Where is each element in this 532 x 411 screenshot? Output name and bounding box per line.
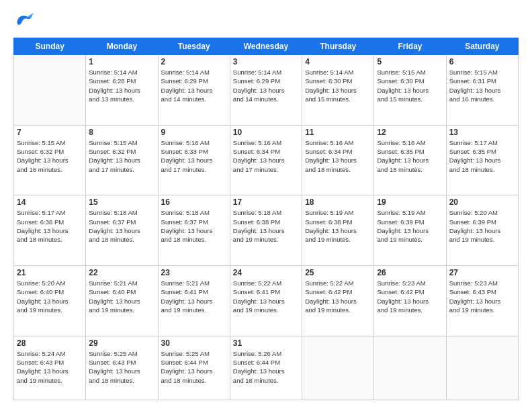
day-number: 17 <box>233 197 299 207</box>
calendar-cell: 20Sunrise: 5:20 AM Sunset: 6:39 PM Dayli… <box>446 195 518 266</box>
day-number: 16 <box>161 197 227 207</box>
calendar-header-friday: Friday <box>374 38 446 55</box>
day-info: Sunrise: 5:15 AM Sunset: 6:32 PM Dayligh… <box>89 138 154 174</box>
day-number: 31 <box>233 338 299 348</box>
day-number: 23 <box>161 268 227 277</box>
day-number: 14 <box>17 197 83 207</box>
day-number: 3 <box>233 57 299 66</box>
day-number: 18 <box>305 197 371 207</box>
day-info: Sunrise: 5:18 AM Sunset: 6:37 PM Dayligh… <box>89 208 154 244</box>
calendar-cell: 19Sunrise: 5:19 AM Sunset: 6:39 PM Dayli… <box>374 195 446 266</box>
calendar-header-sunday: Sunday <box>14 38 86 55</box>
day-number: 10 <box>233 128 299 137</box>
day-number: 2 <box>161 57 227 66</box>
day-info: Sunrise: 5:18 AM Sunset: 6:38 PM Dayligh… <box>233 208 299 244</box>
calendar-cell: 23Sunrise: 5:21 AM Sunset: 6:41 PM Dayli… <box>158 266 230 336</box>
calendar-cell: 24Sunrise: 5:22 AM Sunset: 6:41 PM Dayli… <box>230 266 302 336</box>
calendar-cell <box>302 336 374 400</box>
day-info: Sunrise: 5:20 AM Sunset: 6:39 PM Dayligh… <box>449 208 515 244</box>
calendar-cell: 10Sunrise: 5:16 AM Sunset: 6:34 PM Dayli… <box>230 125 302 195</box>
day-info: Sunrise: 5:19 AM Sunset: 6:39 PM Dayligh… <box>377 208 443 244</box>
day-info: Sunrise: 5:17 AM Sunset: 6:36 PM Dayligh… <box>17 208 83 244</box>
day-info: Sunrise: 5:25 AM Sunset: 6:43 PM Dayligh… <box>89 349 154 385</box>
day-number: 29 <box>89 338 154 348</box>
day-number: 15 <box>89 197 154 207</box>
calendar-cell: 3Sunrise: 5:14 AM Sunset: 6:29 PM Daylig… <box>230 55 302 126</box>
day-number: 24 <box>233 268 299 277</box>
calendar-cell: 28Sunrise: 5:24 AM Sunset: 6:43 PM Dayli… <box>14 336 86 400</box>
day-number: 5 <box>377 57 443 66</box>
day-info: Sunrise: 5:26 AM Sunset: 6:44 PM Dayligh… <box>233 349 299 385</box>
calendar-table: SundayMondayTuesdayWednesdayThursdayFrid… <box>13 38 519 400</box>
logo-bird-icon <box>13 11 34 31</box>
day-number: 19 <box>377 197 443 207</box>
day-info: Sunrise: 5:22 AM Sunset: 6:42 PM Dayligh… <box>305 279 371 314</box>
day-info: Sunrise: 5:23 AM Sunset: 6:42 PM Dayligh… <box>377 279 443 314</box>
calendar-cell: 8Sunrise: 5:15 AM Sunset: 6:32 PM Daylig… <box>86 125 158 195</box>
calendar-cell: 14Sunrise: 5:17 AM Sunset: 6:36 PM Dayli… <box>14 195 86 266</box>
calendar-cell: 26Sunrise: 5:23 AM Sunset: 6:42 PM Dayli… <box>374 266 446 336</box>
day-info: Sunrise: 5:15 AM Sunset: 6:30 PM Dayligh… <box>377 68 443 103</box>
day-number: 11 <box>305 128 371 137</box>
calendar-cell: 7Sunrise: 5:15 AM Sunset: 6:32 PM Daylig… <box>14 125 86 195</box>
header <box>13 11 519 31</box>
calendar-cell: 12Sunrise: 5:16 AM Sunset: 6:35 PM Dayli… <box>374 125 446 195</box>
day-info: Sunrise: 5:16 AM Sunset: 6:33 PM Dayligh… <box>161 138 227 174</box>
day-info: Sunrise: 5:19 AM Sunset: 6:38 PM Dayligh… <box>305 208 371 244</box>
day-info: Sunrise: 5:14 AM Sunset: 6:29 PM Dayligh… <box>161 68 227 103</box>
calendar-cell: 30Sunrise: 5:25 AM Sunset: 6:44 PM Dayli… <box>158 336 230 400</box>
calendar-cell: 17Sunrise: 5:18 AM Sunset: 6:38 PM Dayli… <box>230 195 302 266</box>
day-info: Sunrise: 5:23 AM Sunset: 6:43 PM Dayligh… <box>449 279 515 314</box>
day-number: 6 <box>449 57 515 66</box>
day-number: 28 <box>17 338 83 348</box>
day-number: 9 <box>161 128 227 137</box>
day-info: Sunrise: 5:20 AM Sunset: 6:40 PM Dayligh… <box>17 279 83 314</box>
calendar-cell: 25Sunrise: 5:22 AM Sunset: 6:42 PM Dayli… <box>302 266 374 336</box>
calendar-cell: 2Sunrise: 5:14 AM Sunset: 6:29 PM Daylig… <box>158 55 230 126</box>
calendar-header-saturday: Saturday <box>446 38 518 55</box>
day-number: 25 <box>305 268 371 277</box>
day-info: Sunrise: 5:25 AM Sunset: 6:44 PM Dayligh… <box>161 349 227 385</box>
day-info: Sunrise: 5:22 AM Sunset: 6:41 PM Dayligh… <box>233 279 299 314</box>
calendar-cell: 21Sunrise: 5:20 AM Sunset: 6:40 PM Dayli… <box>14 266 86 336</box>
day-info: Sunrise: 5:17 AM Sunset: 6:35 PM Dayligh… <box>449 138 515 174</box>
calendar-cell: 15Sunrise: 5:18 AM Sunset: 6:37 PM Dayli… <box>86 195 158 266</box>
calendar-cell: 16Sunrise: 5:18 AM Sunset: 6:37 PM Dayli… <box>158 195 230 266</box>
day-info: Sunrise: 5:15 AM Sunset: 6:32 PM Dayligh… <box>17 138 83 174</box>
calendar-cell: 29Sunrise: 5:25 AM Sunset: 6:43 PM Dayli… <box>86 336 158 400</box>
day-info: Sunrise: 5:14 AM Sunset: 6:28 PM Dayligh… <box>89 68 154 103</box>
day-info: Sunrise: 5:24 AM Sunset: 6:43 PM Dayligh… <box>17 349 83 385</box>
day-info: Sunrise: 5:16 AM Sunset: 6:34 PM Dayligh… <box>233 138 299 174</box>
day-number: 12 <box>377 128 443 137</box>
day-info: Sunrise: 5:14 AM Sunset: 6:30 PM Dayligh… <box>305 68 371 103</box>
day-number: 21 <box>17 268 83 277</box>
calendar-header-tuesday: Tuesday <box>158 38 230 55</box>
day-info: Sunrise: 5:14 AM Sunset: 6:29 PM Dayligh… <box>233 68 299 103</box>
calendar-header-monday: Monday <box>86 38 158 55</box>
day-number: 7 <box>17 128 83 137</box>
logo <box>13 11 36 31</box>
day-number: 8 <box>89 128 154 137</box>
calendar-cell: 22Sunrise: 5:21 AM Sunset: 6:40 PM Dayli… <box>86 266 158 336</box>
day-info: Sunrise: 5:18 AM Sunset: 6:37 PM Dayligh… <box>161 208 227 244</box>
calendar-cell: 6Sunrise: 5:15 AM Sunset: 6:31 PM Daylig… <box>446 55 518 126</box>
calendar-cell: 5Sunrise: 5:15 AM Sunset: 6:30 PM Daylig… <box>374 55 446 126</box>
calendar-cell: 31Sunrise: 5:26 AM Sunset: 6:44 PM Dayli… <box>230 336 302 400</box>
day-number: 26 <box>377 268 443 277</box>
page: SundayMondayTuesdayWednesdayThursdayFrid… <box>0 0 532 411</box>
calendar-header-wednesday: Wednesday <box>230 38 302 55</box>
calendar-cell: 27Sunrise: 5:23 AM Sunset: 6:43 PM Dayli… <box>446 266 518 336</box>
day-info: Sunrise: 5:16 AM Sunset: 6:34 PM Dayligh… <box>305 138 371 174</box>
calendar-cell <box>14 55 86 126</box>
day-number: 22 <box>89 268 154 277</box>
day-info: Sunrise: 5:21 AM Sunset: 6:41 PM Dayligh… <box>161 279 227 314</box>
calendar-cell: 1Sunrise: 5:14 AM Sunset: 6:28 PM Daylig… <box>86 55 158 126</box>
day-number: 1 <box>89 57 154 66</box>
day-info: Sunrise: 5:16 AM Sunset: 6:35 PM Dayligh… <box>377 138 443 174</box>
day-number: 27 <box>449 268 515 277</box>
day-info: Sunrise: 5:21 AM Sunset: 6:40 PM Dayligh… <box>89 279 154 314</box>
calendar-cell: 9Sunrise: 5:16 AM Sunset: 6:33 PM Daylig… <box>158 125 230 195</box>
calendar-cell: 11Sunrise: 5:16 AM Sunset: 6:34 PM Dayli… <box>302 125 374 195</box>
calendar-cell: 4Sunrise: 5:14 AM Sunset: 6:30 PM Daylig… <box>302 55 374 126</box>
day-info: Sunrise: 5:15 AM Sunset: 6:31 PM Dayligh… <box>449 68 515 103</box>
